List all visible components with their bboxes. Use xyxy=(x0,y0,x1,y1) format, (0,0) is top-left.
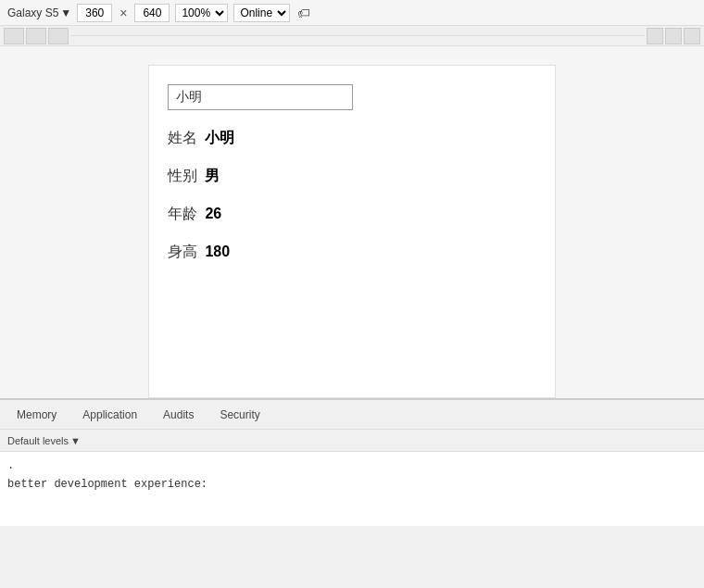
label-age: 年龄 xyxy=(168,206,197,221)
console-line-1: . xyxy=(7,457,697,474)
filter-arrow-icon: ▼ xyxy=(70,435,81,446)
value-height: 180 xyxy=(205,244,230,259)
dimension-close-button[interactable]: × xyxy=(118,6,129,20)
label-gender: 性别 xyxy=(168,168,197,183)
width-input[interactable] xyxy=(77,4,112,22)
tab-application[interactable]: Application xyxy=(69,400,150,429)
network-select[interactable]: Online xyxy=(233,4,290,22)
sec-btn-6[interactable] xyxy=(684,28,700,44)
sec-btn-3[interactable] xyxy=(48,28,69,44)
console-output: . better development experience: xyxy=(0,452,704,526)
default-levels-button[interactable]: Default levels ▼ xyxy=(7,435,81,446)
devtools-panel: Memory Application Audits Security Defau… xyxy=(0,398,704,526)
name-search-input[interactable] xyxy=(168,84,353,110)
sec-btn-4[interactable] xyxy=(647,28,663,44)
sec-btn-1[interactable] xyxy=(4,28,24,44)
value-name: 小明 xyxy=(205,130,234,145)
viewport-area: 姓名 小明 性别 男 年龄 26 身高 180 xyxy=(0,46,704,398)
label-name: 姓名 xyxy=(168,130,197,145)
sec-btn-2[interactable] xyxy=(26,28,46,44)
top-toolbar: Galaxy S5 ▼ × 100% Online 🏷 xyxy=(0,0,704,26)
profile-row-gender: 性别 男 xyxy=(168,167,536,186)
secondary-toolbar xyxy=(0,26,704,46)
tag-icon-button[interactable]: 🏷 xyxy=(295,6,312,20)
device-label: Galaxy S5 xyxy=(7,6,58,19)
value-age: 26 xyxy=(205,206,221,221)
filter-bar: Default levels ▼ xyxy=(0,430,704,452)
tab-audits[interactable]: Audits xyxy=(150,400,207,429)
value-gender: 男 xyxy=(205,168,220,183)
devtools-tab-bar: Memory Application Audits Security xyxy=(0,400,704,430)
height-input[interactable] xyxy=(134,4,170,22)
sec-separator xyxy=(70,35,645,36)
device-arrow-icon: ▼ xyxy=(60,6,71,19)
profile-row-name: 姓名 小明 xyxy=(168,129,536,148)
console-line-2: better development experience: xyxy=(7,476,697,493)
filter-label: Default levels xyxy=(7,435,69,446)
app-card: 姓名 小明 性别 男 年龄 26 身高 180 xyxy=(148,65,556,398)
profile-row-height: 身高 180 xyxy=(168,243,536,262)
profile-row-age: 年龄 26 xyxy=(168,205,536,224)
sec-btn-5[interactable] xyxy=(665,28,682,44)
tab-security[interactable]: Security xyxy=(207,400,272,429)
label-height: 身高 xyxy=(168,244,197,259)
device-selector[interactable]: Galaxy S5 ▼ xyxy=(7,6,71,19)
zoom-select[interactable]: 100% xyxy=(175,4,228,22)
tab-memory[interactable]: Memory xyxy=(4,400,69,429)
